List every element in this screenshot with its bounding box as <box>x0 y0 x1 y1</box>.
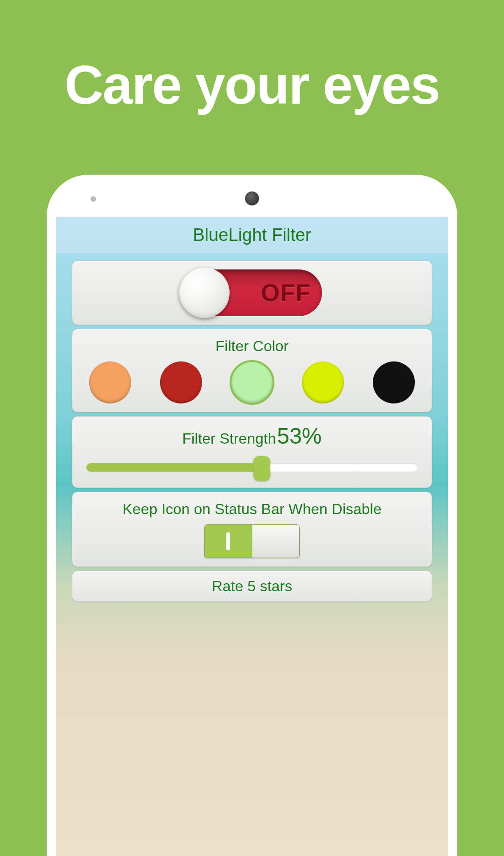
filter-strength-label: Filter Strength <box>182 430 276 447</box>
slider-fill <box>86 463 262 472</box>
keep-icon-toggle[interactable] <box>204 524 300 558</box>
phone-speaker-dot <box>245 191 259 205</box>
color-swatch-black[interactable] <box>373 361 415 403</box>
filter-power-knob <box>179 268 230 318</box>
app-title-bar: BlueLight Filter <box>56 217 448 253</box>
keep-icon-toggle-on <box>205 525 252 558</box>
color-swatch-green[interactable] <box>231 361 273 403</box>
slider-thumb <box>253 456 270 481</box>
filter-power-state-label: OFF <box>261 279 311 307</box>
filter-strength-value: 53% <box>277 425 322 447</box>
filter-color-swatches <box>82 361 422 403</box>
panel-filter-strength: Filter Strength 53% <box>72 416 432 488</box>
rate-label: Rate 5 stars <box>72 578 432 595</box>
keep-icon-toggle-off <box>252 525 300 558</box>
app-screen: BlueLight Filter OFF Filter Color Filter… <box>56 217 448 856</box>
rate-button[interactable]: Rate 5 stars <box>72 571 432 602</box>
color-swatch-orange[interactable] <box>89 361 131 403</box>
panel-power-toggle: OFF <box>72 261 432 325</box>
filter-strength-slider[interactable] <box>86 458 418 476</box>
panel-keep-icon: Keep Icon on Status Bar When Disable <box>72 492 432 567</box>
phone-sensor-dot <box>91 196 96 202</box>
promo-tagline: Care your eyes <box>0 54 504 116</box>
app-title: BlueLight Filter <box>193 225 311 245</box>
filter-power-toggle[interactable]: OFF <box>182 269 322 316</box>
panel-filter-color: Filter Color <box>72 329 432 412</box>
toggle-on-indicator-icon <box>226 532 230 550</box>
color-swatch-yellow[interactable] <box>302 361 344 403</box>
filter-color-label: Filter Color <box>82 338 422 355</box>
color-swatch-red[interactable] <box>160 361 202 403</box>
phone-frame: BlueLight Filter OFF Filter Color Filter… <box>47 175 457 856</box>
keep-icon-label: Keep Icon on Status Bar When Disable <box>82 501 422 518</box>
